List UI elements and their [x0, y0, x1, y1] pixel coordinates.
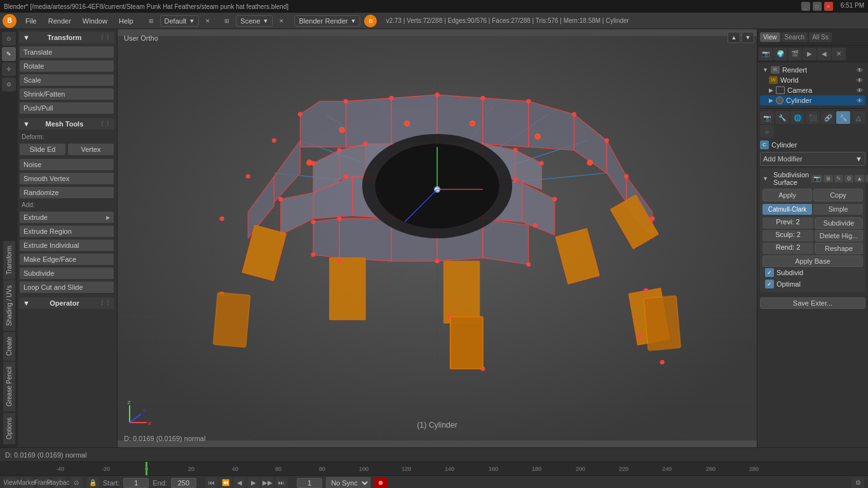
mod-edit-icon[interactable]: ✎ — [834, 175, 843, 182]
outliner-cylinder[interactable]: ▶ Cylinder 👁 — [760, 95, 865, 105]
mod-render-icon[interactable]: 🖥 — [824, 175, 833, 182]
vnav-scroll-up[interactable]: ▲ — [728, 32, 740, 43]
optimal-checkbox[interactable]: ✓ — [765, 280, 774, 288]
make-edge-face-btn[interactable]: Make Edge/Face — [19, 253, 114, 266]
vtab-grease[interactable]: Grease Pencil — [3, 362, 15, 412]
scene-dropdown[interactable]: Scene ▼ — [236, 15, 273, 27]
push-pull-btn[interactable]: Push/Pull — [19, 102, 114, 114]
timeline-track[interactable]: -40 -20 0 20 40 60 80 100 120 140 160 18… — [0, 462, 868, 475]
menu-help[interactable]: Help — [114, 16, 139, 26]
step-back-btn[interactable]: ⏪ — [219, 477, 232, 489]
shrink-btn[interactable]: Shrink/Fatten — [19, 88, 114, 100]
vertex-btn[interactable]: Vertex — [67, 143, 114, 156]
end-input[interactable] — [171, 478, 196, 488]
rt-world-btn[interactable]: 🌍 — [773, 48, 787, 60]
rend-value[interactable]: Rend: 2 — [763, 243, 813, 254]
reshape-btn[interactable]: Reshape — [815, 243, 863, 254]
all-tab[interactable]: All Ss — [809, 32, 832, 42]
outliner-camera[interactable]: ▶ Camera 👁 — [760, 85, 865, 95]
previ-value[interactable]: Previ: 2 — [763, 217, 813, 229]
noise-btn[interactable]: Noise — [19, 158, 114, 171]
mod-camera-icon[interactable]: 📷 — [811, 175, 822, 182]
sculp-value[interactable]: Sculp: 2 — [763, 230, 813, 241]
play-fwd-btn[interactable]: ▶▶ — [261, 477, 274, 489]
prop-world-btn[interactable]: 🌐 — [790, 111, 804, 124]
world-eye[interactable]: 👁 — [857, 77, 863, 84]
prop-render-btn[interactable]: 📷 — [760, 111, 774, 124]
vtab-options[interactable]: Options — [3, 412, 15, 445]
cylinder-eye[interactable]: 👁 — [857, 97, 863, 104]
prop-material-btn[interactable]: ○ — [760, 125, 774, 138]
delete-high-btn[interactable]: Delete Hig... — [815, 230, 863, 241]
tl-keyframe-btn[interactable]: ⊙ — [70, 477, 83, 489]
extrude-individual-btn[interactable]: Extrude Individual — [19, 239, 114, 252]
close-button[interactable]: ✕ — [824, 2, 833, 11]
maximize-button[interactable]: □ — [813, 2, 822, 11]
sidebar-icon-object[interactable]: ⊙ — [2, 32, 16, 46]
play-back-btn[interactable]: ◀ — [233, 477, 246, 489]
sidebar-icon-mesh[interactable]: ✎ — [2, 47, 16, 61]
menu-file[interactable]: File — [20, 16, 42, 26]
mesh-tools-header[interactable]: ▼ Mesh Tools ⋮⋮ — [19, 118, 114, 130]
operator-header[interactable]: ▼ Operator ⋮⋮ — [19, 297, 114, 309]
prop-data-btn[interactable]: △ — [851, 111, 865, 124]
add-modifier-btn[interactable]: Add Modifier ▼ — [760, 152, 865, 166]
menu-window[interactable]: Window — [78, 16, 112, 26]
start-input[interactable] — [123, 478, 149, 488]
viewport[interactable]: User Ortho ▲ ▼ — [118, 29, 757, 447]
copy-button[interactable]: Copy — [813, 189, 863, 201]
prop-constraints-btn[interactable]: 🔗 — [821, 111, 835, 124]
minimize-button[interactable]: _ — [801, 2, 810, 11]
rt-expand-btn[interactable]: ▶ — [803, 48, 817, 60]
skip-start-btn[interactable]: ⏮ — [205, 477, 218, 489]
translate-btn[interactable]: Translate — [19, 46, 114, 58]
subdiv-checkbox[interactable]: ✓ — [765, 268, 774, 277]
extrude-dropdown[interactable]: Extrude ▶ — [19, 211, 114, 224]
apply-button[interactable]: Apply — [763, 189, 812, 201]
rt-close-btn[interactable]: ✕ — [832, 48, 846, 60]
sidebar-icon-cursor[interactable]: ✛ — [2, 62, 16, 76]
skip-end-btn[interactable]: ⏭ — [275, 477, 288, 489]
rt-camera-btn[interactable]: 📷 — [759, 48, 773, 60]
rt-scene-btn[interactable]: 🎬 — [788, 48, 802, 60]
play-btn[interactable]: ▶ — [247, 477, 260, 489]
frame-input[interactable] — [297, 478, 322, 488]
tl-record-btn[interactable]: ⏺ — [374, 477, 387, 489]
vtab-shading[interactable]: Shading / UVs — [3, 280, 15, 332]
tl-settings-btn[interactable]: ⚙ — [851, 477, 864, 489]
view-tab[interactable]: View — [760, 32, 780, 42]
mod-settings-icon[interactable]: ⚙ — [844, 175, 853, 182]
outliner-rendert[interactable]: ▼ R Rendert 👁 — [760, 65, 865, 75]
prop-scene-btn[interactable]: 🔧 — [775, 111, 789, 124]
mod-down-icon[interactable]: ▼ — [865, 175, 868, 182]
tl-lock-btn[interactable]: 🔒 — [86, 477, 99, 489]
apply-base-btn[interactable]: Apply Base — [763, 255, 863, 267]
transform-header[interactable]: ▼ Transform ⋮⋮ — [19, 32, 114, 43]
rendert-eye[interactable]: 👁 — [857, 67, 863, 74]
vtab-create[interactable]: Create — [3, 332, 15, 362]
extrude-region-btn[interactable]: Extrude Region — [19, 225, 114, 238]
tl-playback-btn[interactable]: Playback — [53, 477, 66, 489]
layout-dropdown[interactable]: Default ▼ — [160, 15, 200, 27]
simple-tab[interactable]: Simple — [813, 204, 863, 215]
search-tab[interactable]: Search — [782, 32, 808, 42]
mod-up-icon[interactable]: ▲ — [855, 175, 864, 182]
tl-menu-btn[interactable]: View — [4, 477, 17, 489]
prop-modifier-btn[interactable]: 🔧 — [836, 111, 850, 124]
vtab-transform[interactable]: Transform — [3, 241, 15, 280]
catmull-clark-tab[interactable]: Catmull-Clark — [763, 204, 812, 215]
camera-eye[interactable]: 👁 — [857, 87, 863, 94]
sync-select[interactable]: No Sync — [326, 477, 370, 489]
vnav-scroll-down[interactable]: ▼ — [742, 32, 754, 43]
rt-narrow-btn[interactable]: ◀ — [817, 48, 831, 60]
slide-edge-btn[interactable]: Slide Ed — [19, 143, 66, 156]
scale-btn[interactable]: Scale — [19, 74, 114, 86]
rotate-btn[interactable]: Rotate — [19, 60, 114, 72]
save-external-btn[interactable]: Save Exter... — [760, 297, 865, 309]
timeline-cursor[interactable] — [146, 462, 147, 475]
randomize-btn[interactable]: Randomize — [19, 186, 114, 199]
prop-object-btn[interactable]: ⬛ — [806, 111, 820, 124]
outliner-world[interactable]: W World 👁 — [760, 75, 865, 85]
menu-render[interactable]: Render — [43, 16, 76, 26]
subdivide-btn2[interactable]: Subdivide — [815, 217, 863, 229]
